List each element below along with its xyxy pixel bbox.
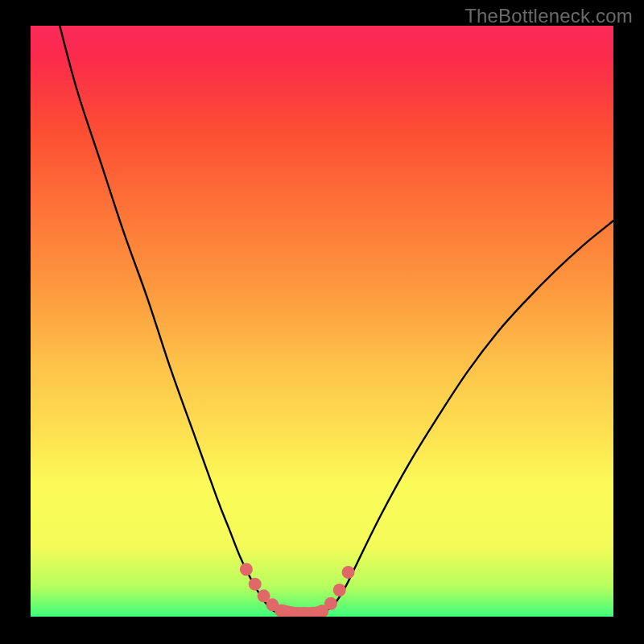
marker-floor-connector: [281, 611, 322, 614]
curve-layer: [31, 26, 613, 617]
marker-point: [333, 584, 346, 597]
marker-point: [240, 563, 253, 576]
marker-point: [342, 566, 355, 579]
curve-left-branch: [60, 26, 279, 613]
chart-frame: TheBottleneck.com: [0, 0, 644, 644]
plot-area: [31, 26, 613, 617]
curve-right-branch: [322, 221, 613, 613]
marker-group: [240, 563, 355, 617]
marker-point: [249, 578, 262, 591]
watermark-text: TheBottleneck.com: [464, 5, 633, 27]
